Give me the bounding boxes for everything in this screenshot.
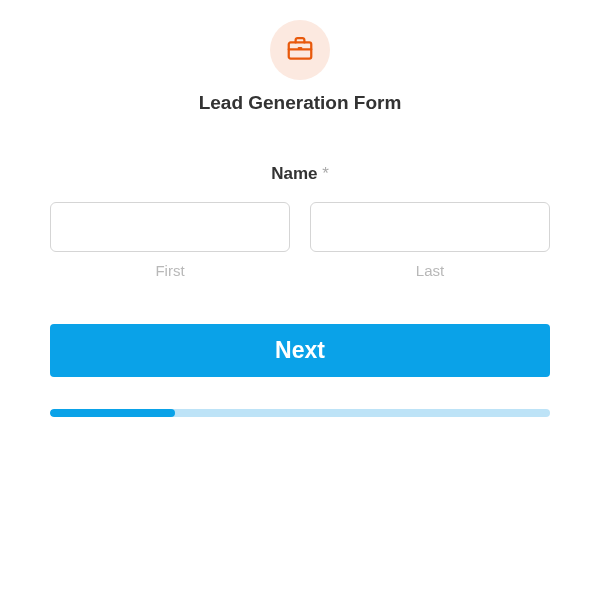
- first-name-sublabel: First: [50, 262, 290, 279]
- name-field-label: Name *: [50, 164, 550, 184]
- first-name-input[interactable]: [50, 202, 290, 252]
- form-title: Lead Generation Form: [50, 92, 550, 114]
- svg-rect-0: [289, 42, 312, 58]
- next-button[interactable]: Next: [50, 324, 550, 377]
- last-name-input[interactable]: [310, 202, 550, 252]
- progress-fill: [50, 409, 175, 417]
- header-icon-circle: [270, 20, 330, 80]
- progress-bar: [50, 409, 550, 417]
- last-name-sublabel: Last: [310, 262, 550, 279]
- required-mark: *: [322, 164, 329, 183]
- form-header: Lead Generation Form: [50, 20, 550, 114]
- name-label-text: Name: [271, 164, 317, 183]
- name-row: First Last: [50, 202, 550, 279]
- briefcase-icon: [285, 33, 315, 67]
- last-name-column: Last: [310, 202, 550, 279]
- first-name-column: First: [50, 202, 290, 279]
